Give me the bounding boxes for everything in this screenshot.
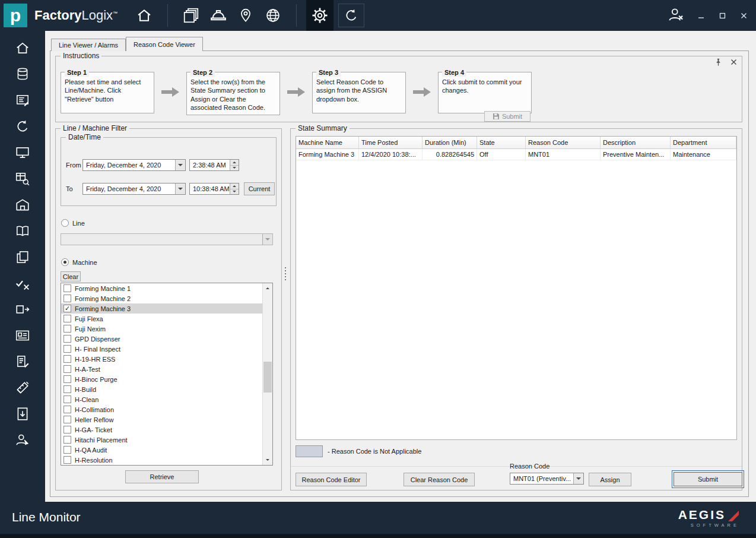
spin-down-icon[interactable] xyxy=(230,166,239,171)
machine-checkbox[interactable] xyxy=(63,305,71,312)
undo-history-button[interactable] xyxy=(338,4,364,27)
location-nav-button[interactable] xyxy=(232,0,259,31)
sidebar-documents-button[interactable] xyxy=(12,248,33,266)
machine-checkbox[interactable] xyxy=(63,426,71,433)
machine-list-item[interactable]: Forming Machine 2 xyxy=(61,293,262,303)
machine-checkbox[interactable] xyxy=(63,395,71,403)
state-summary-column-header[interactable]: Description xyxy=(601,137,671,148)
machine-list-item[interactable]: H-Resolution xyxy=(61,455,262,465)
sidebar-pass-fail-button[interactable] xyxy=(12,274,33,292)
machine-checkbox[interactable] xyxy=(63,284,71,292)
sidebar-data-search-button[interactable] xyxy=(12,170,33,188)
line-radio-row[interactable]: Line xyxy=(61,219,85,227)
machine-list-item[interactable]: H-QA Audit xyxy=(61,445,262,455)
state-summary-row[interactable]: Forming Machine 312/4/2020 10:38:...0.82… xyxy=(296,149,736,160)
machine-checkbox[interactable] xyxy=(63,416,71,423)
panel-splitter[interactable] xyxy=(282,51,288,496)
machine-checkbox[interactable] xyxy=(63,365,71,373)
machine-checkbox[interactable] xyxy=(63,335,71,343)
state-summary-column-header[interactable]: Duration (Min) xyxy=(423,137,477,148)
machine-list-item[interactable]: Fuji Flexa xyxy=(61,314,262,324)
machine-list-scrollbar[interactable] xyxy=(262,283,272,465)
machine-checkbox[interactable] xyxy=(63,295,71,302)
scroll-up-icon[interactable] xyxy=(263,283,272,293)
spin-up-icon[interactable] xyxy=(230,183,239,189)
tab-line-viewer-alarms[interactable]: Line Viewer / Alarms xyxy=(51,39,126,51)
machine-list-item[interactable]: Fuji Nexim xyxy=(61,324,262,334)
sidebar-user-edit-button[interactable] xyxy=(12,431,33,449)
line-radio[interactable] xyxy=(61,219,69,227)
clear-button[interactable]: Clear xyxy=(61,271,81,281)
machine-radio-row[interactable]: Machine xyxy=(61,258,97,266)
documents-nav-button[interactable] xyxy=(177,0,205,31)
sidebar-warehouse-button[interactable] xyxy=(12,196,33,214)
state-summary-column-header[interactable]: Machine Name xyxy=(296,137,359,148)
sidebar-transfer-button[interactable] xyxy=(12,300,33,318)
machine-list-item[interactable]: H-Build xyxy=(61,384,262,394)
machine-checkbox[interactable] xyxy=(63,375,71,383)
machine-checkbox[interactable] xyxy=(63,446,71,454)
machine-list-item[interactable]: H- Final Inspect xyxy=(61,344,262,354)
settings-nav-button[interactable] xyxy=(306,0,333,31)
machine-list-item[interactable]: Hitachi Placement xyxy=(61,435,262,445)
state-summary-column-header[interactable]: Department xyxy=(671,137,736,148)
dropdown-arrow-icon[interactable] xyxy=(175,160,185,170)
clear-reason-code-button[interactable]: Clear Reason Code xyxy=(404,473,475,486)
to-time-spinner[interactable]: 10:38:48 AM xyxy=(189,183,239,195)
assign-button[interactable]: Assign xyxy=(589,473,631,486)
instructions-close-button[interactable] xyxy=(730,59,737,67)
machine-checkbox[interactable] xyxy=(63,345,71,353)
sidebar-home-button[interactable] xyxy=(12,39,33,57)
scroll-down-icon[interactable] xyxy=(263,455,272,465)
machine-list-item[interactable]: Forming Machine 1 xyxy=(61,283,262,293)
pin-button[interactable] xyxy=(714,58,722,67)
machine-list-item[interactable]: Forming Machine 3 xyxy=(61,303,262,314)
state-summary-column-header[interactable]: Time Posted xyxy=(359,137,423,148)
current-button[interactable]: Current xyxy=(244,182,275,195)
dropdown-arrow-icon[interactable] xyxy=(175,183,185,194)
maximize-button[interactable] xyxy=(717,10,728,21)
reason-code-combobox[interactable]: MNT01 (Preventiv... xyxy=(510,473,584,485)
spin-down-icon[interactable] xyxy=(230,189,239,195)
line-combobox[interactable] xyxy=(61,233,273,245)
sidebar-database-button[interactable] xyxy=(12,65,33,83)
production-nav-button[interactable] xyxy=(205,0,232,31)
machine-list-item[interactable]: H-Binoc Purge xyxy=(61,374,262,384)
sidebar-library-button[interactable] xyxy=(12,222,33,240)
home-nav-button[interactable] xyxy=(131,0,158,31)
machine-checkbox[interactable] xyxy=(63,436,71,444)
state-summary-column-header[interactable]: Reason Code xyxy=(526,137,601,148)
machine-list-item[interactable]: H-A-Test xyxy=(61,364,262,374)
minimize-button[interactable] xyxy=(695,10,706,21)
machine-checkbox[interactable] xyxy=(63,315,71,322)
spin-up-icon[interactable] xyxy=(230,160,239,166)
sidebar-design-button[interactable] xyxy=(12,379,33,397)
sidebar-history-button[interactable] xyxy=(12,118,33,135)
close-button[interactable] xyxy=(738,10,749,21)
global-nav-button[interactable] xyxy=(259,0,287,31)
to-date-combobox[interactable]: Friday, December 4, 2020 xyxy=(82,183,186,195)
machine-list-item[interactable]: H-Clean xyxy=(61,394,262,404)
machine-checkbox[interactable] xyxy=(63,456,71,464)
machine-radio[interactable] xyxy=(61,258,69,266)
machine-checkbox[interactable] xyxy=(63,355,71,363)
machine-list-item[interactable]: GPD Dispenser xyxy=(61,334,262,344)
sidebar-monitor-button[interactable] xyxy=(12,144,33,162)
retrieve-button[interactable]: Retrieve xyxy=(125,470,199,483)
machine-list-item[interactable]: H-Collimation xyxy=(61,404,262,414)
from-time-spinner[interactable]: 2:38:48 AM xyxy=(189,159,239,171)
scrollbar-thumb[interactable] xyxy=(263,362,272,393)
machine-checkbox[interactable] xyxy=(63,325,71,333)
instructions-submit-button[interactable]: Submit xyxy=(484,111,531,122)
state-summary-column-header[interactable]: State xyxy=(477,137,526,148)
dropdown-arrow-icon[interactable] xyxy=(262,234,272,245)
tab-reason-code-viewer[interactable]: Reason Code Viewer xyxy=(126,37,203,51)
machine-list-item[interactable]: Heller Reflow xyxy=(61,414,262,425)
dropdown-arrow-icon[interactable] xyxy=(573,473,583,484)
machine-list-item[interactable]: H-19-HR ESS xyxy=(61,354,262,364)
user-session-button[interactable] xyxy=(667,7,685,24)
sidebar-id-card-button[interactable] xyxy=(12,327,33,344)
machine-checkbox[interactable] xyxy=(63,385,71,393)
sidebar-planning-button[interactable] xyxy=(12,91,33,109)
machine-list-item[interactable]: H-GA- Ticket xyxy=(61,425,262,435)
